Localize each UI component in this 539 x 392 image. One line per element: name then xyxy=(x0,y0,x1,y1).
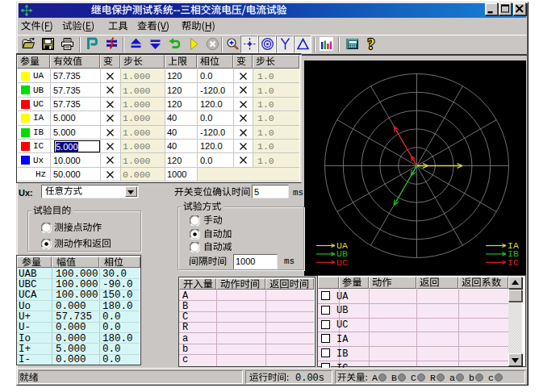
svg-text:IC: IC xyxy=(508,257,519,268)
svg-text:?: ? xyxy=(368,37,375,51)
svg-text:UC: UC xyxy=(336,257,348,268)
